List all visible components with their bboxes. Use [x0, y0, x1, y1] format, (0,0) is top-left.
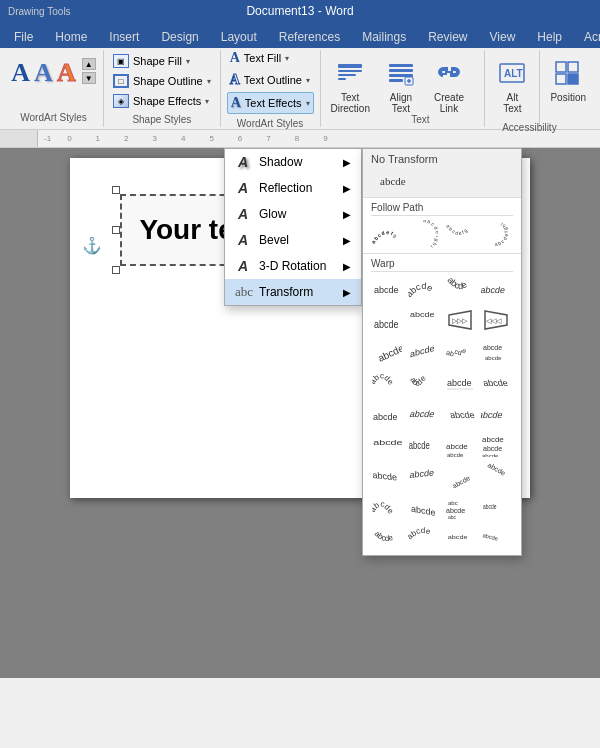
alt-text-icon: ALT — [496, 58, 528, 90]
follow-path-4[interactable]: a b c d e f g h i — [479, 219, 511, 249]
align-text-button[interactable]: AlignText — [378, 54, 424, 118]
warp-7[interactable]: ▷▷▷ — [444, 306, 476, 334]
tab-insert[interactable]: Insert — [99, 26, 149, 48]
follow-path-1[interactable]: a b c d e f a b c d e f g — [371, 219, 403, 249]
warp-14[interactable]: abcde — [407, 368, 439, 396]
menu-item-bevel[interactable]: A Bevel ▶ — [225, 227, 361, 253]
warp-16[interactable]: abcde — [480, 368, 512, 396]
warp-19[interactable]: abcde — [444, 399, 476, 427]
menu-item-reflection[interactable]: A Reflection ▶ — [225, 175, 361, 201]
tab-review[interactable]: Review — [418, 26, 477, 48]
text-fill-button[interactable]: A Text Fill ▾ — [227, 48, 314, 68]
tab-design[interactable]: Design — [151, 26, 208, 48]
warp-17[interactable]: abcde — [371, 399, 403, 427]
follow-path-2[interactable]: a b c d e f g h i — [407, 219, 439, 249]
svg-text:◁◁◁: ◁◁◁ — [486, 317, 502, 324]
svg-text:abcde: abcde — [409, 373, 429, 388]
warp-9[interactable]: abcde — [371, 337, 403, 365]
position-icon — [552, 58, 584, 90]
tab-help[interactable]: Help — [527, 26, 572, 48]
text-section-label: Text — [355, 114, 485, 125]
svg-text:abcde: abcde — [410, 311, 434, 318]
warp-35[interactable]: abcde — [444, 523, 476, 551]
warp-1[interactable]: abcde — [371, 275, 403, 303]
warp-13[interactable]: abcde — [371, 368, 403, 396]
warp-26[interactable]: abcde — [407, 461, 439, 489]
wordart-styles-label: WordArt Styles — [20, 108, 87, 123]
3d-rotation-arrow: ▶ — [343, 261, 351, 272]
warp-8[interactable]: ◁◁◁ — [480, 306, 512, 334]
warp-10[interactable]: abcde — [407, 337, 439, 365]
svg-text:abcde: abcde — [485, 355, 502, 361]
warp-11[interactable]: abcde — [444, 337, 476, 365]
svg-rect-4 — [389, 64, 413, 67]
warp-12[interactable]: abcde abcde — [480, 337, 512, 365]
warp-23[interactable]: abcde abcde — [444, 430, 476, 458]
svg-text:abcde: abcde — [482, 532, 499, 542]
warp-18[interactable]: abcde — [407, 399, 439, 427]
tab-references[interactable]: References — [269, 26, 350, 48]
warp-34[interactable]: abcde — [407, 523, 439, 551]
svg-text:abcde: abcde — [483, 503, 497, 510]
wordart-style-3[interactable]: A — [57, 58, 76, 88]
svg-rect-2 — [338, 74, 356, 76]
text-direction-icon — [334, 58, 366, 90]
warp-22[interactable]: abcde — [407, 430, 439, 458]
tab-file[interactable]: File — [4, 26, 43, 48]
warp-20[interactable]: abcde — [480, 399, 512, 427]
no-transform-section: No Transform abcde — [363, 149, 521, 198]
tab-mailings[interactable]: Mailings — [352, 26, 416, 48]
tab-home[interactable]: Home — [45, 26, 97, 48]
tab-view[interactable]: View — [480, 26, 526, 48]
warp-4[interactable]: abcde — [480, 275, 512, 303]
svg-text:ALT: ALT — [504, 68, 523, 79]
menu-item-shadow[interactable]: A Shadow ▶ — [225, 149, 361, 175]
shape-effects-button[interactable]: ◈ Shape Effects ▾ — [110, 92, 214, 110]
create-link-button[interactable]: CreateLink — [426, 54, 472, 118]
shape-fill-button[interactable]: ▣ Shape Fill ▾ — [110, 52, 214, 70]
position-button[interactable]: Position — [544, 54, 592, 107]
text-direction-button[interactable]: TextDirection — [325, 54, 376, 118]
text-outline-icon: A — [230, 72, 240, 88]
text-outline-button[interactable]: A Text Outline ▾ — [227, 70, 314, 90]
warp-27[interactable]: abcde — [444, 461, 476, 489]
shape-outline-button[interactable]: □ Shape Outline ▾ — [110, 72, 214, 90]
wordart-scroll-up[interactable]: ▲ — [82, 58, 96, 70]
svg-rect-3 — [338, 78, 346, 80]
tab-acrobat[interactable]: Acrobat — [574, 26, 600, 48]
shape-effects-icon: ◈ — [113, 94, 129, 108]
warp-33[interactable]: abcde — [371, 523, 403, 551]
warp-title: Warp — [371, 258, 513, 272]
warp-6[interactable]: abcde — [407, 306, 439, 334]
wordart-style-2[interactable]: A — [34, 58, 53, 88]
wordart-scroll-down[interactable]: ▼ — [82, 72, 96, 84]
no-transform-item[interactable]: abcde — [371, 168, 415, 192]
warp-32[interactable]: abcde — [480, 492, 512, 520]
svg-text:abcde: abcde — [376, 342, 402, 364]
warp-25[interactable]: abcde — [371, 461, 403, 489]
warp-5[interactable]: abcde — [371, 306, 403, 334]
warp-29[interactable]: abcde — [371, 492, 403, 520]
menu-item-transform[interactable]: abc Transform ▶ — [225, 279, 361, 305]
tab-layout[interactable]: Layout — [211, 26, 267, 48]
warp-30[interactable]: abcde — [407, 492, 439, 520]
shape-effects-arrow: ▾ — [205, 97, 209, 106]
reflection-label: Reflection — [259, 181, 312, 195]
warp-21[interactable]: abcde — [371, 430, 403, 458]
warp-2[interactable]: abcde — [407, 275, 439, 303]
menu-item-glow[interactable]: A Glow ▶ — [225, 201, 361, 227]
text-effects-dropdown: A Shadow ▶ A Reflection ▶ A Glow ▶ A Bev… — [224, 148, 362, 306]
alt-text-button[interactable]: ALT AltText — [489, 54, 535, 118]
warp-24[interactable]: abcde abcde abcde — [480, 430, 512, 458]
warp-15[interactable]: abcde — [444, 368, 476, 396]
svg-text:abcde: abcde — [481, 285, 506, 295]
warp-28[interactable]: abcde — [480, 461, 512, 489]
svg-text:▷▷▷: ▷▷▷ — [452, 317, 468, 324]
warp-31[interactable]: abc abcde abc — [444, 492, 476, 520]
warp-36[interactable]: abcde — [480, 523, 512, 551]
text-effects-button[interactable]: A Text Effects ▾ — [227, 92, 314, 114]
follow-path-3[interactable]: a b c d e f g — [443, 219, 475, 249]
menu-item-3d-rotation[interactable]: A 3-D Rotation ▶ — [225, 253, 361, 279]
wordart-style-1[interactable]: A — [11, 58, 30, 88]
warp-3[interactable]: abcde — [444, 275, 476, 303]
